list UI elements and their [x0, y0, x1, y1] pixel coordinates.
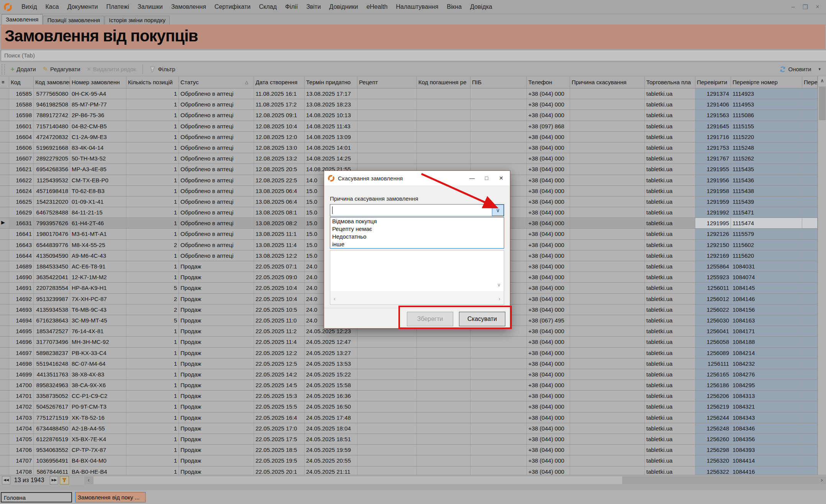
scroll-up-icon[interactable]: ∧ — [818, 76, 826, 85]
cell[interactable]: 8958324963 — [34, 380, 70, 390]
column-header-9[interactable]: Код погашення ре — [417, 76, 470, 88]
cell[interactable] — [470, 348, 527, 358]
cell[interactable] — [470, 132, 527, 142]
cell[interactable]: 11.08.2025 16:1 — [254, 88, 305, 99]
memo-scroll-left-icon[interactable]: ‹ — [334, 296, 336, 302]
horizontal-scroll-thumb[interactable] — [93, 476, 622, 484]
cell[interactable]: 1 — [126, 142, 179, 153]
cell[interactable]: 1291563 — [695, 110, 731, 120]
cell[interactable]: 9461982508 — [34, 99, 70, 110]
cell[interactable] — [570, 207, 645, 218]
cell[interactable]: 3635422041 — [34, 272, 70, 282]
cell[interactable]: Оброблено в аптеці — [179, 218, 254, 228]
cell[interactable]: Продаж — [179, 304, 254, 315]
cell[interactable]: 1115262 — [731, 153, 802, 164]
cell[interactable]: 1256030 — [695, 315, 731, 326]
cell[interactable]: tabletki.ua — [645, 348, 695, 358]
cell[interactable]: 2P-B6-75-36 — [70, 110, 126, 120]
cell[interactable]: T0-62-E8-B3 — [70, 186, 126, 196]
cell[interactable]: 22.05.2025 11:4 — [254, 337, 305, 347]
cell[interactable]: 13.08.2025 11:4 — [254, 240, 305, 250]
column-header-8[interactable]: Рецепт — [357, 76, 417, 88]
cell[interactable] — [802, 423, 818, 434]
cell[interactable] — [570, 164, 645, 174]
cell[interactable] — [802, 455, 818, 466]
cell[interactable] — [570, 99, 645, 110]
cell[interactable] — [570, 110, 645, 120]
cell[interactable]: 24.05.2025 13:53 — [305, 358, 357, 369]
table-row[interactable]: 1659878891727422P-B6-75-361Оброблено в а… — [0, 110, 818, 121]
menu-item-13[interactable]: Налаштування — [392, 3, 443, 10]
row-selector-cell[interactable] — [0, 337, 9, 347]
cell[interactable]: 4413511763 — [34, 369, 70, 380]
cell[interactable]: tabletki.ua — [645, 164, 695, 174]
cell[interactable]: 1292169 — [695, 250, 731, 261]
row-selector-cell[interactable] — [0, 412, 9, 423]
cell[interactable]: 14691 — [9, 283, 34, 293]
cell[interactable]: 24.05.2025 16:50 — [305, 401, 357, 412]
cell[interactable] — [802, 240, 818, 250]
cell[interactable]: 14704 — [9, 423, 34, 434]
cell[interactable]: 1 — [126, 132, 179, 142]
cell[interactable]: 1256244 — [695, 412, 731, 423]
cell[interactable]: 0H-CK-95-A4 — [70, 88, 126, 99]
row-selector-cell[interactable] — [0, 294, 9, 304]
comment-memo-field[interactable]: ∨ ‹ › — [330, 250, 504, 305]
cell[interactable]: +38 (044) 000 — [527, 391, 570, 401]
cell[interactable]: 1291374 — [695, 88, 731, 99]
cell[interactable] — [802, 380, 818, 390]
cell[interactable]: 14.08.2025 11:43 — [305, 121, 357, 131]
cell[interactable] — [470, 358, 527, 369]
menu-item-12[interactable]: eHealth — [362, 3, 392, 10]
row-selector-cell[interactable] — [0, 423, 9, 434]
memo-horizontal-scrollbar[interactable]: ‹ › — [331, 294, 503, 304]
cell[interactable] — [357, 369, 417, 380]
cell[interactable]: 1255864 — [695, 261, 731, 272]
cell[interactable] — [570, 466, 645, 475]
cell[interactable]: 16624 — [9, 186, 34, 196]
cell[interactable]: 14.08.2025 14:25 — [305, 153, 357, 164]
cell[interactable]: 7889172742 — [34, 110, 70, 120]
cell[interactable]: 16607 — [9, 153, 34, 164]
cell[interactable] — [802, 283, 818, 293]
cell[interactable]: 1291959 — [695, 196, 731, 207]
cell[interactable]: MH-3H-MC-92 — [70, 337, 126, 347]
cell[interactable]: 22.05.2025 15:5 — [254, 401, 305, 412]
cell[interactable]: 6734488450 — [34, 423, 70, 434]
row-selector-cell[interactable] — [0, 99, 9, 110]
menu-item-3[interactable]: Документи — [63, 3, 102, 10]
cell[interactable]: 24.05.2025 16:36 — [305, 391, 357, 401]
cell[interactable] — [417, 369, 470, 380]
cell[interactable]: tabletki.ua — [645, 207, 695, 218]
cell[interactable] — [802, 294, 818, 304]
cell[interactable] — [570, 445, 645, 455]
column-header-13[interactable]: Торговельна пла — [645, 76, 695, 88]
cell[interactable]: 13.08.2025 06:4 — [254, 186, 305, 196]
cell[interactable]: 1256011 — [695, 283, 731, 293]
cell[interactable] — [417, 110, 470, 120]
cell[interactable]: +38 (044) 000 — [527, 326, 570, 336]
cell[interactable] — [802, 358, 818, 369]
dropdown-option-2[interactable]: Рецепту немає — [330, 225, 504, 233]
cell[interactable] — [802, 304, 818, 315]
memo-scroll-down-icon[interactable]: ∨ — [497, 282, 501, 288]
cell[interactable] — [570, 272, 645, 282]
cell[interactable]: 12.08.2025 13:2 — [254, 153, 305, 164]
cell[interactable]: 1 — [126, 445, 179, 455]
cell[interactable]: 14706 — [9, 445, 34, 455]
cell[interactable]: 16585 — [9, 88, 34, 99]
cell[interactable]: Оброблено в аптеці — [179, 132, 254, 142]
cell[interactable] — [357, 412, 417, 423]
cell[interactable]: 11.08.2025 17:2 — [254, 99, 305, 110]
cell[interactable]: tabletki.ua — [645, 196, 695, 207]
cell[interactable] — [802, 218, 818, 228]
cell[interactable]: 1256298 — [695, 445, 731, 455]
cell[interactable]: Оброблено в аптеці — [179, 207, 254, 218]
cell[interactable] — [802, 186, 818, 196]
cell[interactable]: 1291753 — [695, 142, 731, 153]
cell[interactable]: 1 — [126, 88, 179, 99]
table-row[interactable]: 1658557775650800H-CK-95-A41Оброблено в а… — [0, 88, 818, 99]
cell[interactable]: 1084214 — [731, 348, 802, 358]
row-selector-cell[interactable]: ▶ — [0, 218, 9, 228]
toolbar-grip[interactable] — [2, 64, 5, 74]
